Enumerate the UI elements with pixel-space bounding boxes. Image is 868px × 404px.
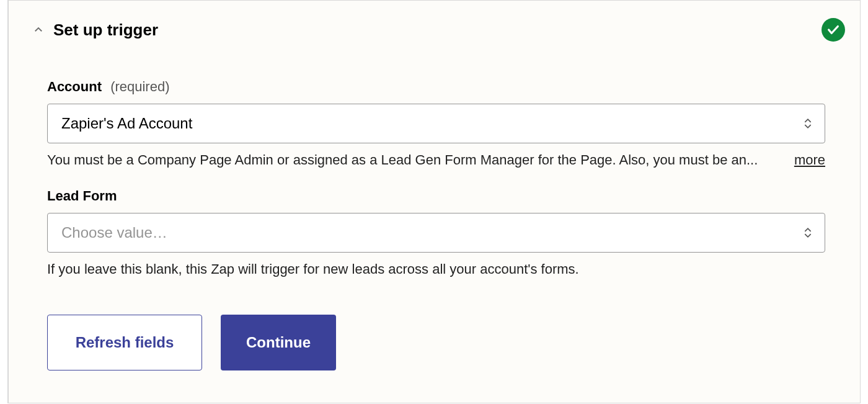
account-label-row: Account (required) (47, 79, 825, 95)
select-updown-icon (804, 118, 812, 129)
account-select[interactable]: Zapier's Ad Account (47, 104, 825, 143)
account-required: (required) (110, 79, 169, 94)
lead-form-select[interactable]: Choose value… (47, 213, 825, 253)
lead-form-placeholder: Choose value… (61, 224, 804, 241)
lead-form-field: Lead Form Choose value… If you leave thi… (47, 188, 825, 277)
status-complete-icon (822, 18, 845, 42)
lead-form-label: Lead Form (47, 188, 117, 204)
account-select-value: Zapier's Ad Account (61, 115, 804, 132)
button-row: Refresh fields Continue (47, 315, 825, 370)
continue-button[interactable]: Continue (221, 315, 336, 370)
setup-trigger-panel: Set up trigger Account (required) Zapier… (7, 0, 861, 403)
lead-form-label-row: Lead Form (47, 188, 825, 204)
panel-title: Set up trigger (53, 20, 822, 40)
account-field: Account (required) Zapier's Ad Account Y… (47, 79, 825, 168)
account-label: Account (47, 79, 102, 94)
account-helper-row: You must be a Company Page Admin or assi… (47, 152, 825, 168)
collapse-chevron-up-icon[interactable] (32, 24, 45, 36)
form-body: Account (required) Zapier's Ad Account Y… (9, 42, 860, 370)
select-updown-icon (804, 227, 812, 238)
account-more-link[interactable]: more (794, 152, 825, 168)
account-helper: You must be a Company Page Admin or assi… (47, 152, 769, 168)
refresh-fields-button[interactable]: Refresh fields (47, 315, 202, 370)
lead-form-helper: If you leave this blank, this Zap will t… (47, 261, 825, 277)
panel-header: Set up trigger (9, 18, 860, 42)
